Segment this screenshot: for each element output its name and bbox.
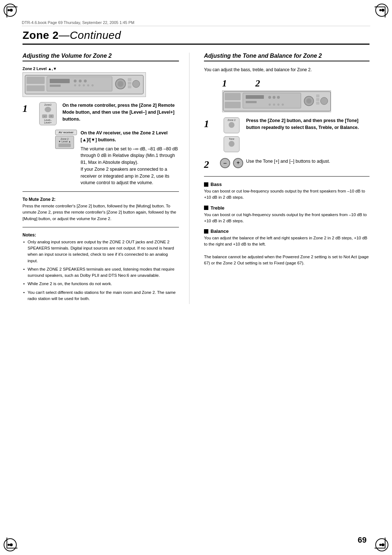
svg-point-38 [282,104,284,106]
svg-rect-6 [128,78,131,81]
level-plus-btn: + [49,114,54,118]
right-column: Adjusting the Tone and Balance for Zone … [203,53,369,271]
tone-step-1: 1 Zone 2 Tone [204,117,369,152]
zone2-circle [229,122,234,128]
svg-rect-7 [128,82,131,85]
svg-rect-30 [246,95,264,99]
balance-section: Balance You can adjust the balance of th… [204,228,369,266]
zone2-control-label: Zone 2▼ Level ▲ [58,138,71,143]
svg-point-5 [118,81,123,87]
svg-point-37 [277,104,279,106]
svg-rect-2 [26,85,45,91]
av-receiver-text: On the AV receiver, use the Zone 2 Level… [81,130,179,186]
treble-text: You can boost or cut high-frequency soun… [204,212,369,224]
treble-title: Treble [204,205,369,211]
svg-rect-10 [50,79,70,83]
minus-btn: – [220,158,230,168]
tone-step-2-number: 2 [204,159,209,170]
svg-point-33 [277,96,280,99]
balance-title: Balance [204,228,369,234]
divider-mute [23,191,179,192]
tone-remote-icon: Tone [224,136,240,152]
svg-rect-1 [26,77,45,84]
svg-point-16 [78,84,81,86]
svg-point-12 [74,80,77,82]
right-section-title: Adjusting the Tone and Balance for Zone … [204,53,369,61]
tone-step-2: 2 – + Use the Tone [+] and [–] buttons t… [204,158,369,170]
remote-zone2-icon: Zone2 – + Level– Level+ [39,102,57,125]
treble-section: Treble You can boost or cut high-frequen… [204,205,369,224]
svg-rect-8 [128,85,131,88]
zone2-level-slider [58,143,71,147]
mute-label: To Mute Zone 2: [23,197,179,202]
av-receiver-content: AV receiver Zone 2▼ Level ▲ On the AV re… [55,130,179,186]
step-1-number: 1 [23,103,28,114]
svg-point-19 [91,84,94,86]
page: DTR-4.6.book Page 69 Thursday, September… [0,0,392,555]
av-receiver-top-image [23,72,146,97]
step-1-main-text: On the remote controller, press the [Zon… [62,102,179,122]
notes-list: Only analog input sources are output by … [23,239,179,302]
left-column: Adjusting the Volume for Zone 2 Zone 2 L… [23,53,189,304]
divider-bass [204,176,369,177]
av-receiver-subsection: AV receiver Zone 2▼ Level ▲ On the AV re… [55,130,179,186]
svg-rect-27 [316,98,319,101]
content-area: Zone 2—Continued Adjusting the Volume fo… [23,29,369,533]
tone-icon-col: Zone 2 Tone [221,117,242,152]
svg-point-18 [87,84,89,86]
zone2-level-control: Zone 2▼ Level ▲ [55,136,74,149]
corner-tr [375,7,385,17]
svg-rect-11 [50,85,61,87]
header-bar: DTR-4.6.book Page 69 Thursday, September… [22,20,370,26]
level-minus-btn: – [42,114,47,118]
note-item-2: When the ZONE 2 SPEAKERS terminals are u… [23,266,179,279]
svg-point-14 [84,80,87,82]
av-receiver-label: AV receiver [55,130,77,135]
volume-detail-text: The volume can be set to –∞ dB, –81 dB –… [81,146,179,187]
page-number: 69 [358,535,367,545]
bass-text: You can boost or cut low-frequency sound… [204,188,369,201]
svg-point-36 [273,104,275,106]
remote-button-circle [45,107,51,112]
page-title: Zone 2—Continued [23,29,369,45]
tone-circle [229,141,234,147]
svg-point-15 [74,84,76,86]
note-item-3: While Zone 2 is on, the functions do not… [23,281,179,287]
tone-btn-label: Tone [229,138,234,140]
tone-step-1-number: 1 [204,118,209,129]
num-labels: 1 2 [222,78,369,89]
note-item-4: You can't select different radio station… [23,289,179,302]
svg-point-25 [306,98,311,104]
svg-rect-22 [225,102,241,108]
svg-rect-28 [316,102,319,105]
av-receiver-right-image [222,90,331,112]
tone-adjust-icon: – + [221,158,242,168]
corner-tl [7,7,17,17]
two-column-layout: Adjusting the Volume for Zone 2 Zone 2 L… [23,53,369,304]
svg-rect-21 [225,93,241,100]
level-labels: Level– Level+ [41,119,55,124]
notes-title: Notes: [23,232,179,238]
svg-point-17 [83,84,85,86]
zone2-btn-label: Zone 2 [228,119,236,121]
svg-point-29 [320,97,328,105]
svg-point-31 [268,96,271,99]
svg-rect-34 [246,101,257,103]
corner-br [375,538,385,548]
zone-label: Zone 2 Level ▲,▼ [23,66,179,71]
intro-text: You can adjust the bass, treble, and bal… [204,66,369,73]
left-section-title: Adjusting the Volume for Zone 2 [23,53,179,61]
bass-title: Bass [204,182,369,187]
divider-notes [23,227,179,227]
av-receiver-right-svg [222,91,331,112]
svg-point-13 [79,80,82,82]
svg-point-9 [132,80,140,88]
svg-rect-26 [316,94,319,97]
tone-steps: 1 Zone 2 Tone [204,117,369,170]
av-receiver-svg [24,74,144,96]
note-item-1: Only analog input sources are output by … [23,239,179,264]
plus-minus-buttons: – + [220,158,243,168]
corner-bl [7,538,17,548]
step-1-volume: 1 Zone2 – + Level– Level+ [23,102,179,125]
svg-point-35 [269,104,271,106]
